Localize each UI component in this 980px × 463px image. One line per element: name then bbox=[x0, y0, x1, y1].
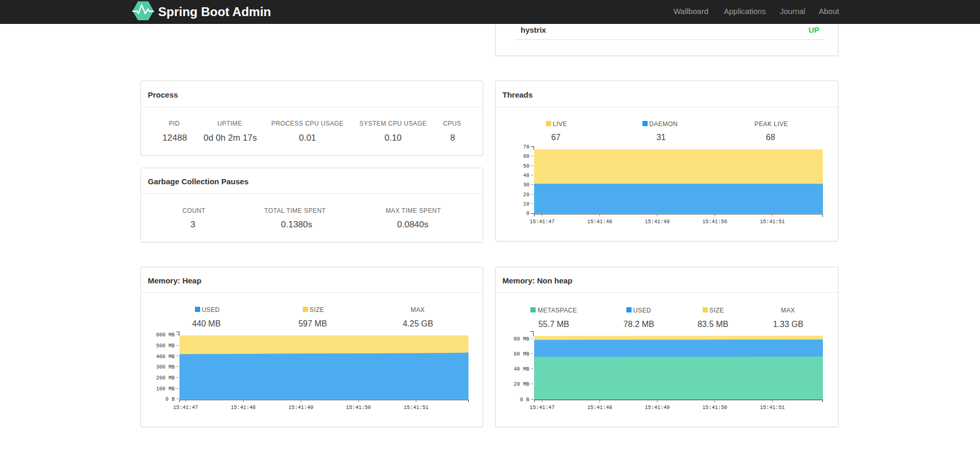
svg-text:15:41:49: 15:41:49 bbox=[645, 405, 669, 411]
svg-text:600 MB: 600 MB bbox=[156, 332, 175, 338]
svg-text:30: 30 bbox=[523, 182, 529, 188]
svg-text:40 MB: 40 MB bbox=[514, 366, 529, 372]
svg-text:15:41:47: 15:41:47 bbox=[529, 405, 554, 411]
svg-text:70: 70 bbox=[523, 144, 529, 150]
svg-text:20 MB: 20 MB bbox=[514, 382, 529, 387]
svg-text:0: 0 bbox=[526, 211, 529, 216]
svg-text:60 MB: 60 MB bbox=[514, 351, 529, 357]
svg-text:15:41:51: 15:41:51 bbox=[760, 219, 785, 225]
svg-text:15:41:48: 15:41:48 bbox=[587, 219, 612, 225]
svg-text:15:41:51: 15:41:51 bbox=[403, 405, 428, 411]
svg-text:15:41:49: 15:41:49 bbox=[288, 405, 313, 411]
svg-text:15:41:50: 15:41:50 bbox=[702, 219, 727, 225]
svg-text:10: 10 bbox=[523, 201, 529, 207]
svg-text:15:41:47: 15:41:47 bbox=[173, 405, 198, 411]
svg-text:80 MB: 80 MB bbox=[514, 336, 529, 342]
svg-text:0 B: 0 B bbox=[520, 397, 529, 403]
svg-text:20: 20 bbox=[523, 192, 529, 198]
svg-text:0 B: 0 B bbox=[165, 397, 175, 402]
svg-text:300 MB: 300 MB bbox=[156, 364, 175, 370]
svg-text:15:41:50: 15:41:50 bbox=[346, 405, 371, 411]
svg-text:15:41:51: 15:41:51 bbox=[760, 405, 785, 411]
svg-text:15:41:47: 15:41:47 bbox=[529, 219, 554, 225]
svg-text:500 MB: 500 MB bbox=[156, 343, 175, 349]
svg-text:15:41:48: 15:41:48 bbox=[587, 405, 612, 411]
svg-text:40: 40 bbox=[523, 173, 529, 179]
svg-text:60: 60 bbox=[523, 154, 529, 159]
svg-text:400 MB: 400 MB bbox=[156, 354, 175, 360]
svg-text:15:41:50: 15:41:50 bbox=[702, 405, 727, 411]
svg-text:15:41:49: 15:41:49 bbox=[645, 219, 669, 225]
svg-text:200 MB: 200 MB bbox=[156, 375, 175, 381]
svg-text:15:41:48: 15:41:48 bbox=[231, 405, 256, 411]
svg-text:50: 50 bbox=[523, 164, 529, 169]
svg-text:100 MB: 100 MB bbox=[156, 386, 175, 392]
